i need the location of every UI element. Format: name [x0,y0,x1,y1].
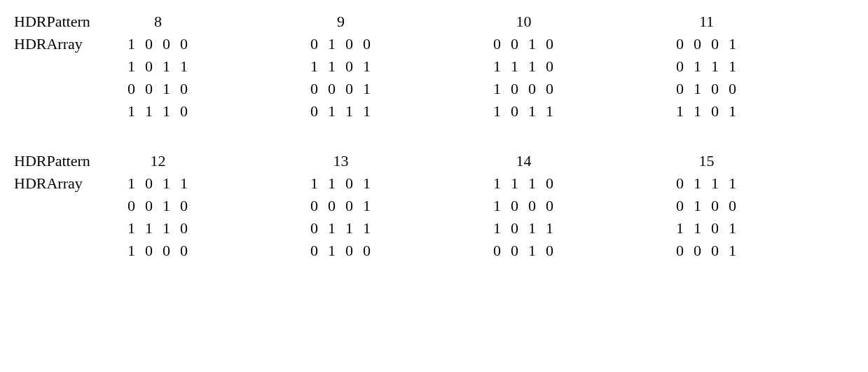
matrix-cell: 0 [305,240,323,262]
matrix-cell: 1 [305,172,323,195]
matrix-cell: 0 [140,195,158,217]
matrix-cell: 1 [488,78,506,100]
matrix-cell: 1 [706,55,724,78]
matrix-cell: 0 [706,33,724,55]
matrix-row: 0010 [123,78,193,100]
hdr-array-matrix: 0100110100010111 [305,33,376,123]
matrix-cell: 0 [523,195,541,217]
matrix-cell: 1 [523,217,541,240]
matrix-cell: 1 [305,55,323,78]
matrix-cell: 0 [541,55,558,78]
matrix-row: 1000 [488,195,558,217]
matrix-cell: 1 [358,55,376,78]
matrix-row: 1011 [488,217,558,240]
matrix-row: 0111 [305,100,376,123]
matrix-cell: 1 [323,33,340,55]
matrix-cell: 1 [689,55,706,78]
matrix-cell: 1 [340,217,358,240]
matrix-row: 1011 [488,100,558,123]
hdr-array-row: HDRArray10110010111010001101000101110100… [14,172,854,262]
matrix-cell: 1 [488,217,506,240]
matrix-row: 0100 [305,240,376,262]
matrix-cell: 1 [158,78,175,100]
matrix-cell: 1 [323,217,340,240]
pattern-number: 15 [671,150,736,172]
matrix-cell: 1 [488,172,506,195]
matrix-row: 0001 [305,195,376,217]
matrix-cell: 0 [140,78,158,100]
matrix-cell: 0 [724,195,741,217]
matrix-row: 1110 [123,100,193,123]
matrix-cell: 0 [706,195,724,217]
hdr-array-matrix: 1000101100101110 [123,33,193,123]
matrix-cell: 1 [541,217,558,240]
matrix-cell: 1 [358,172,376,195]
matrix-cell: 1 [158,172,175,195]
matrix-row: 0001 [671,240,741,262]
matrix-row: 1110 [488,172,558,195]
matrix-cell: 0 [175,100,193,123]
matrix-cell: 0 [724,78,741,100]
pattern-number: 9 [305,11,371,33]
matrix-cell: 1 [689,195,706,217]
matrix-cell: 1 [724,33,741,55]
hdr-array-matrix: 0111010011010001 [671,172,741,262]
matrix-cell: 1 [506,55,523,78]
matrix-cell: 0 [323,195,340,217]
matrix-cell: 0 [158,240,175,262]
matrix-cell: 1 [523,100,541,123]
matrix-cell: 1 [724,240,741,262]
hdr-array-matrix: 1101000101110100 [305,172,376,262]
matrix-cell: 1 [140,100,158,123]
matrix-cell: 1 [689,172,706,195]
matrix-cell: 0 [541,172,558,195]
matrix-cell: 1 [689,217,706,240]
matrix-row: 1000 [488,78,558,100]
matrix-row: 1101 [305,55,376,78]
matrix-cell: 1 [158,195,175,217]
matrix-row: 1101 [305,172,376,195]
pattern-section: HDRPattern12131415HDRArray10110010111010… [14,150,854,261]
matrix-cell: 0 [689,240,706,262]
matrix-row: 0010 [488,240,558,262]
matrix-cell: 1 [706,172,724,195]
matrix-cell: 1 [123,100,140,123]
matrix-row: 0001 [671,33,741,55]
matrix-cell: 1 [340,100,358,123]
pattern-number: 12 [123,150,188,172]
matrix-cell: 0 [158,33,175,55]
matrix-row: 0111 [671,172,741,195]
matrix-cell: 0 [340,240,358,262]
matrix-cell: 0 [175,240,193,262]
matrix-cell: 0 [488,240,506,262]
matrix-cell: 0 [488,33,506,55]
matrix-cell: 0 [305,195,323,217]
matrix-cell: 1 [323,240,340,262]
matrix-cell: 0 [358,33,376,55]
matrix-cell: 1 [158,100,175,123]
matrix-cell: 0 [689,33,706,55]
matrix-cell: 0 [541,78,558,100]
hdr-array-row: HDRArray10001011001011100100110100010111… [14,33,854,123]
matrix-cell: 1 [323,55,340,78]
pattern-section: HDRPattern891011HDRArray1000101100101110… [14,11,854,122]
pattern-number: 14 [488,150,553,172]
hdr-pattern-label: HDRPattern [14,150,123,172]
matrix-row: 0111 [671,55,741,78]
hdr-array-label: HDRArray [14,172,123,195]
matrix-cell: 0 [671,195,689,217]
matrix-cell: 1 [724,100,741,123]
matrix-cell: 1 [358,217,376,240]
matrix-cell: 1 [158,55,175,78]
matrix-cell: 1 [523,55,541,78]
matrix-row: 0100 [671,195,741,217]
matrix-cell: 0 [706,100,724,123]
matrix-cell: 1 [123,172,140,195]
matrix-cell: 0 [671,78,689,100]
matrix-cell: 1 [724,217,741,240]
matrix-cell: 0 [140,55,158,78]
matrix-row: 0111 [305,217,376,240]
matrix-cell: 1 [123,240,140,262]
matrix-cell: 1 [358,195,376,217]
matrix-row: 1000 [123,240,193,262]
